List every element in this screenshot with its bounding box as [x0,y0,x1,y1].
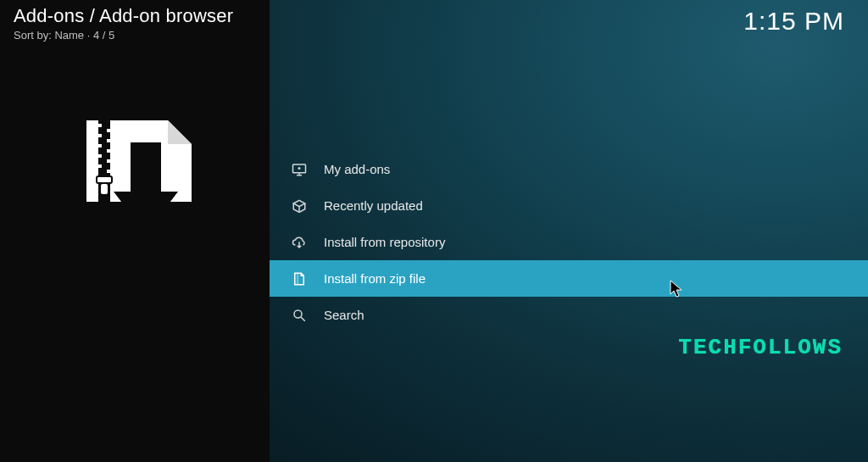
menu-item-label: Recently updated [324,198,423,213]
box-open-icon [288,198,310,214]
menu-item-label: Install from zip file [324,271,426,286]
svg-rect-2 [107,129,112,132]
svg-rect-6 [107,149,112,153]
svg-rect-3 [97,134,102,137]
search-icon [288,308,310,323]
menu-item-label: Search [324,308,364,322]
sort-line: Sort by: Name · 4 / 5 [14,29,114,42]
svg-rect-9 [97,164,102,168]
svg-rect-10 [107,170,112,173]
svg-rect-1 [97,124,102,127]
menu-item-label: My add-ons [324,162,390,176]
menu-item-install-zip[interactable]: Install from zip file [270,260,868,297]
svg-rect-5 [97,144,102,148]
breadcrumb: Add-ons / Add-on browser [14,5,233,27]
svg-rect-8 [107,159,112,163]
svg-rect-12 [100,183,108,195]
zip-download-illustration [66,117,202,253]
svg-rect-17 [297,273,298,285]
menu-item-search[interactable]: Search [270,297,868,333]
svg-point-16 [298,167,301,170]
svg-point-18 [294,310,302,318]
menu-item-install-repository[interactable]: Install from repository [270,224,868,260]
menu-item-recently-updated[interactable]: Recently updated [270,187,868,224]
main-panel: 1:15 PM My add-ons Recentl [270,0,868,462]
zip-file-icon [288,271,310,287]
menu-item-my-addons[interactable]: My add-ons [270,151,868,187]
menu-item-label: Install from repository [324,235,445,249]
svg-rect-11 [97,176,112,183]
monitor-icon [288,162,310,177]
cloud-download-icon [288,235,310,250]
svg-line-19 [301,317,305,321]
svg-rect-4 [107,139,112,142]
clock: 1:15 PM [743,7,844,36]
watermark: TECHFOLLOWS [678,335,843,360]
svg-rect-7 [97,154,102,158]
menu-list: My add-ons Recently updated Install [270,151,868,333]
sidebar: Add-ons / Add-on browser Sort by: Name ·… [0,0,270,462]
